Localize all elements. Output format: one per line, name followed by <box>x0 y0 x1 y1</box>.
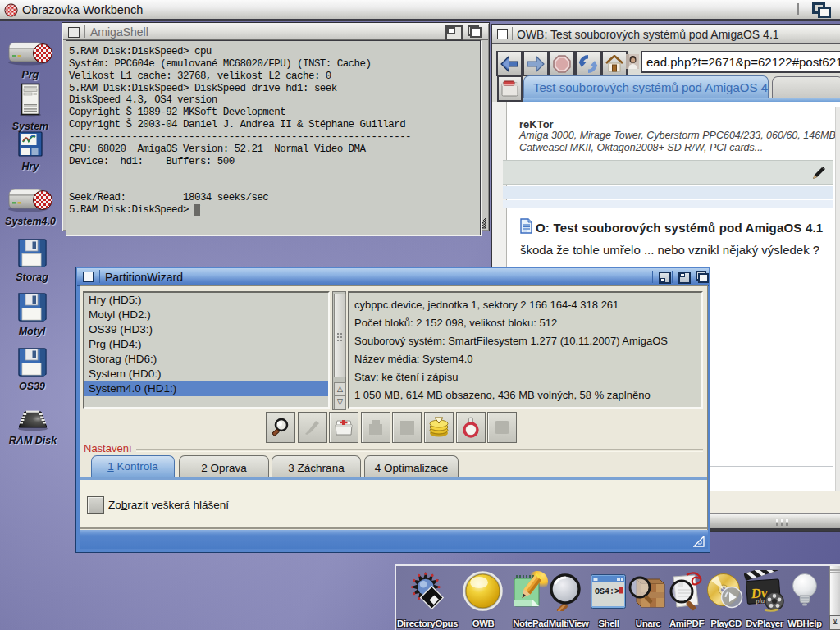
svg-text:OS4:>: OS4:> <box>595 587 619 596</box>
